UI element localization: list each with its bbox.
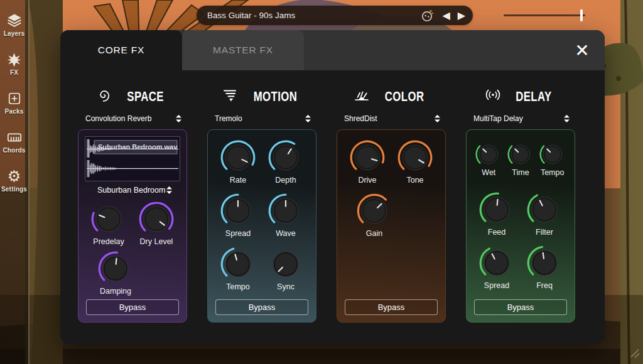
dropdown-value: MultiTap Delay: [473, 114, 523, 123]
svg-text:Suburban Bedroom.wav: Suburban Bedroom.wav: [98, 144, 177, 151]
knob-label: Rate: [230, 176, 246, 185]
color-card: Drive Tone Gain Bypass: [337, 129, 446, 323]
fx-modal: CORE FX MASTER FX ✕ SPACE Convolution Re…: [60, 30, 605, 344]
knob-label: Dry Level: [140, 237, 173, 246]
updown-arrows-icon: [166, 186, 173, 195]
knob-depth[interactable]: [268, 140, 303, 175]
dropdown-value: ShredDist: [344, 114, 377, 123]
sunrise-icon: [354, 87, 370, 105]
section-header-space: SPACE: [78, 87, 187, 105]
prev-preset-button[interactable]: ◀: [442, 11, 450, 21]
updown-arrows-icon: [305, 114, 311, 123]
knob-label: Tone: [406, 176, 423, 185]
knob-label: Sync: [277, 282, 294, 291]
preset-selector[interactable]: Bass Guitar - 90s Jams ◀ ▶: [197, 6, 473, 25]
tab-master-fx[interactable]: MASTER FX: [182, 30, 304, 70]
knob-sync[interactable]: [268, 247, 303, 282]
knob-label: Drive: [358, 176, 376, 185]
knob-tempo[interactable]: [220, 247, 256, 282]
knob-label: Freq: [536, 281, 553, 290]
chords-icon: [6, 129, 23, 146]
knob-label: Gain: [366, 229, 382, 238]
dice-icon: [421, 9, 435, 23]
preset-name: Bass Guitar - 90s Jams: [207, 11, 413, 20]
knob-damping[interactable]: [98, 251, 133, 286]
knob-label: Tempo: [541, 168, 565, 177]
knob-label: Spread: [225, 229, 251, 238]
knob-dry-level[interactable]: [139, 201, 174, 237]
color-bypass-button[interactable]: Bypass: [345, 299, 438, 315]
knob-feed[interactable]: [479, 192, 514, 227]
sidebar-item-label: Layers: [4, 30, 24, 37]
fx-section-delay: DELAY MultiTap Delay Wet: [466, 87, 575, 344]
dropdown-value: Convolution Reverb: [85, 114, 151, 123]
knob-label: Filter: [536, 228, 553, 237]
updown-arrows-icon: [563, 114, 570, 123]
delay-effect-dropdown[interactable]: MultiTap Delay: [466, 113, 575, 124]
section-header-motion: MOTION: [207, 87, 316, 105]
knob-time[interactable]: [507, 141, 534, 168]
space-bypass-button[interactable]: Bypass: [86, 299, 179, 315]
updown-arrows-icon: [434, 114, 441, 123]
knob-tone[interactable]: [397, 140, 433, 175]
color-effect-dropdown[interactable]: ShredDist: [337, 113, 446, 124]
sidebar-item-label: Packs: [5, 108, 24, 115]
knob-label: Damping: [100, 287, 131, 296]
motion-bypass-button[interactable]: Bypass: [215, 299, 308, 315]
randomize-dice-button[interactable]: [421, 9, 435, 23]
ir-waveform-display[interactable]: Suburban Bedroom.wav: [85, 136, 180, 181]
fx-modal-header: CORE FX MASTER FX ✕: [60, 30, 605, 70]
dropdown-value: Tremolo: [215, 114, 242, 123]
space-card: Suburban Bedroom.wav Suburban Bedroom Pr…: [78, 129, 187, 323]
fx-section-space: SPACE Convolution Reverb Suburban Bedroo…: [78, 87, 187, 344]
knob-label: Tempo: [226, 282, 250, 291]
delay-bypass-button[interactable]: Bypass: [474, 299, 567, 315]
knob-freq[interactable]: [527, 245, 562, 281]
sidebar-item-layers[interactable]: Layers: [0, 13, 28, 37]
layers-icon: [6, 13, 23, 29]
sidebar-item-label: Chords: [3, 147, 25, 154]
volume-slider[interactable]: [504, 14, 585, 16]
knob-spread[interactable]: [220, 193, 256, 228]
sidebar-item-settings[interactable]: ⚙ Settings: [0, 168, 28, 193]
section-header-color: COLOR: [337, 87, 446, 105]
close-icon[interactable]: ✕: [568, 38, 596, 63]
knob-label: Spread: [484, 281, 509, 290]
knob-label: Predelay: [93, 237, 124, 246]
section-header-delay: DELAY: [466, 87, 575, 105]
knob-spread[interactable]: [479, 245, 514, 281]
motion-card: Rate Depth Spread Wave: [207, 129, 316, 323]
tab-core-fx[interactable]: CORE FX: [60, 30, 182, 70]
sidebar-item-chords[interactable]: Chords: [0, 129, 28, 154]
knob-drive[interactable]: [350, 140, 385, 175]
section-title: MOTION: [253, 88, 297, 104]
sidebar-item-label: FX: [10, 69, 18, 76]
ir-sample-value: Suburban Bedroom: [97, 186, 165, 195]
ir-sample-dropdown[interactable]: Suburban Bedroom: [85, 184, 180, 196]
fx-modal-body: SPACE Convolution Reverb Suburban Bedroo…: [60, 70, 605, 344]
knob-label: Wave: [276, 229, 296, 238]
knob-rate[interactable]: [220, 140, 256, 175]
sidebar-item-packs[interactable]: Packs: [0, 90, 28, 115]
packs-icon: [7, 90, 22, 107]
updown-arrows-icon: [175, 114, 182, 123]
next-preset-button[interactable]: ▶: [458, 11, 465, 21]
knob-wet[interactable]: [475, 141, 502, 168]
space-effect-dropdown[interactable]: Convolution Reverb: [78, 113, 187, 124]
sidebar-item-label: Settings: [1, 186, 27, 193]
volume-slider-thumb[interactable]: [580, 9, 583, 21]
knob-tempo[interactable]: [539, 141, 566, 168]
motion-effect-dropdown[interactable]: Tremolo: [207, 113, 316, 124]
section-title: SPACE: [127, 88, 165, 104]
sidebar-item-fx[interactable]: FX: [0, 51, 28, 76]
knob-filter[interactable]: [527, 192, 562, 227]
fx-section-color: COLOR ShredDist Drive: [337, 87, 446, 344]
resize-grip-icon[interactable]: [629, 348, 640, 359]
sidebar: Layers FX Packs: [0, 0, 30, 364]
knob-gain[interactable]: [357, 193, 392, 228]
knob-wave[interactable]: [268, 193, 303, 228]
knob-predelay[interactable]: [91, 201, 126, 237]
knob-label: Feed: [488, 228, 506, 237]
knob-label: Wet: [482, 168, 495, 177]
app-window: Layers FX Packs: [0, 0, 643, 364]
